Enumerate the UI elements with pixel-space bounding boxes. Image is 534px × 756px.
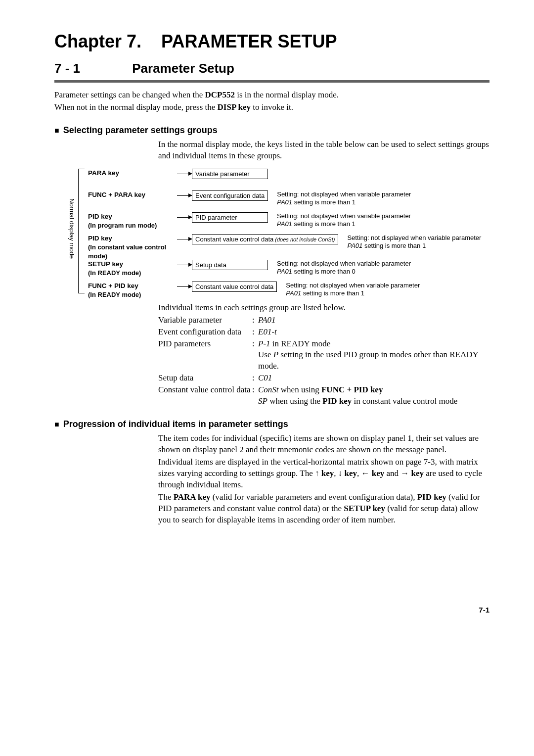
- item-value-cont: Use: [258, 350, 273, 359]
- items-intro: Individual items in each settings group …: [158, 302, 490, 314]
- key-label: SETUP key: [88, 260, 177, 269]
- group-box: Constant value control data: [192, 282, 277, 292]
- note-line2: setting is more than 0: [292, 268, 356, 275]
- intro-model: DCP552: [205, 90, 234, 99]
- note-line2: setting is more than 1: [301, 289, 364, 297]
- item-value: PA01: [258, 315, 276, 325]
- item-value: E01-t: [258, 327, 277, 336]
- key-right: → key: [400, 469, 424, 478]
- arrow-icon: [177, 217, 192, 218]
- key-sublabel: (In READY mode): [88, 290, 177, 299]
- note-line2: setting is more than 1: [292, 220, 356, 228]
- note-line2: setting is more than 1: [362, 242, 426, 249]
- items-list: Individual items in each settings group …: [158, 302, 490, 407]
- key-label: FUNC + PID key: [88, 282, 177, 290]
- group-box-text: PID parameter: [195, 214, 237, 221]
- diagram-row: FUNC + PARA key Event configuration data…: [88, 190, 411, 207]
- colon: :: [252, 327, 258, 338]
- group-box-text: Event configuration data: [195, 192, 265, 199]
- item-label: Event configuration data: [158, 327, 252, 338]
- colon: :: [252, 373, 258, 384]
- item-value: P-1: [258, 339, 270, 348]
- group-box-text: Constant value control data: [195, 283, 273, 290]
- subheading-text: Progression of individual items in param…: [63, 419, 288, 429]
- colon: :: [252, 315, 258, 326]
- p3-text: The: [158, 492, 174, 502]
- section-title: 7 - 1 Parameter Setup: [54, 60, 490, 77]
- square-bullet-icon: ■: [54, 420, 59, 428]
- arrow-icon: [177, 174, 192, 174]
- key-sublabel: (In constant value control mode): [88, 243, 177, 260]
- item-label: Constant value control data: [158, 384, 252, 407]
- note-param: PA01: [277, 198, 292, 206]
- sub2-p2: Individual items are displayed in the ve…: [158, 457, 490, 491]
- p3-text: (valid for variable parameters and event…: [210, 492, 417, 502]
- diagram-row: PARA key Variable parameter: [88, 169, 268, 180]
- key-diagram: Normal display mode PARA key Variable pa…: [83, 169, 490, 297]
- note-param: PA01: [277, 268, 292, 275]
- subheading-selecting: ■Selecting parameter settings groups: [54, 124, 490, 136]
- intro-text: is in the normal display mode.: [235, 90, 339, 99]
- group-box-text: Setup data: [195, 261, 226, 269]
- section-number: 7 - 1: [54, 60, 129, 77]
- mode-bracket: [78, 169, 85, 293]
- page-number: 7-1: [54, 605, 490, 615]
- item-value-cont: setting in the used PID group in modes o…: [258, 350, 478, 371]
- note-line1: Setting: not displayed when variable par…: [277, 212, 411, 220]
- group-box: Event configuration data: [192, 190, 268, 201]
- chapter-name: PARAMETER SETUP: [161, 31, 337, 51]
- group-box: Setup data: [192, 260, 268, 271]
- item-value-key: PID key: [322, 396, 352, 406]
- section-rule: [54, 80, 490, 83]
- note-line1: Setting: not displayed when variable par…: [277, 190, 411, 198]
- note-param: PA01: [286, 289, 301, 297]
- chapter-title: Chapter 7. PARAMETER SETUP: [54, 30, 490, 54]
- key-pid: PID key: [417, 492, 446, 502]
- key-label: PARA key: [88, 169, 177, 178]
- intro-text: to invoke it.: [251, 102, 293, 112]
- key-label: PID key: [88, 212, 177, 221]
- subheading-progression: ■Progression of individual items in para…: [54, 418, 490, 430]
- key-sublabel: (In program run mode): [88, 221, 177, 230]
- intro-text: When not in the normal display mode, pre…: [54, 102, 218, 112]
- note-line1: Setting: not displayed when variable par…: [347, 234, 481, 242]
- sep: and: [384, 469, 400, 478]
- item-value-mid: when using the: [267, 396, 322, 406]
- group-box: PID parameter: [192, 212, 268, 223]
- key-sublabel: (In READY mode): [88, 269, 177, 278]
- note-param: PA01: [347, 242, 362, 249]
- chapter-label: Chapter 7.: [54, 31, 141, 51]
- item-value-post: in constant value control mode: [352, 396, 457, 406]
- note-line1: Setting: not displayed when variable par…: [286, 282, 420, 289]
- intro-text: Parameter settings can be changed when t…: [54, 90, 205, 99]
- item-value: C01: [258, 373, 272, 382]
- item-value-post: in READY mode: [270, 339, 331, 348]
- note-param: PA01: [277, 220, 292, 228]
- sep: ,: [334, 469, 338, 478]
- item-value-mid: when using: [279, 385, 321, 394]
- group-box: Variable parameter: [192, 169, 268, 180]
- group-box-text: Constant value control data: [195, 236, 273, 243]
- item-value-i: P: [273, 350, 278, 359]
- item-label: Setup data: [158, 373, 252, 384]
- group-box: Constant value control data (does not in…: [192, 234, 338, 245]
- subheading-text: Selecting parameter settings groups: [63, 125, 218, 135]
- item-value-key: FUNC + PID key: [321, 385, 383, 394]
- mode-label: Normal display mode: [67, 198, 76, 259]
- arrow-icon: [177, 195, 192, 196]
- arrow-icon: [177, 239, 192, 239]
- diagram-row: PID key (In program run mode) PID parame…: [88, 212, 411, 230]
- key-up: ↑ key: [315, 469, 334, 478]
- arrow-icon: [177, 286, 192, 287]
- key-setup: SETUP key: [344, 504, 385, 513]
- note-line1: Setting: not displayed when variable par…: [277, 260, 411, 268]
- square-bullet-icon: ■: [54, 126, 59, 135]
- note-line2: setting is more than 1: [292, 198, 356, 206]
- intro-key: DISP key: [218, 102, 251, 112]
- key-label: PID key: [88, 234, 177, 243]
- group-box-text: Variable parameter: [195, 170, 250, 178]
- sub2-p3: The PARA key (valid for variable paramet…: [158, 492, 490, 526]
- item-value: ConSt: [258, 385, 279, 394]
- item-value-i: SP: [258, 396, 267, 406]
- arrow-icon: [177, 265, 192, 265]
